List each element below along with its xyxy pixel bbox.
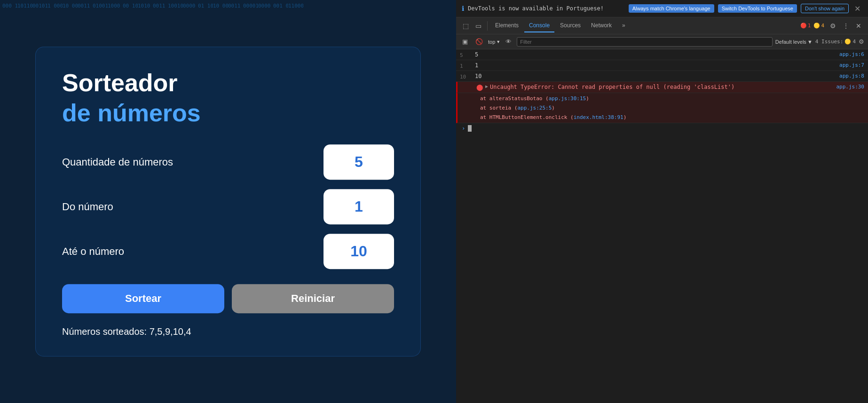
device-icon-button[interactable]: ▭ [473,20,484,32]
context-label: top [488,39,495,45]
tab-elements[interactable]: Elements [490,19,523,32]
quantidade-input[interactable] [324,144,394,180]
devtools-panel: ℹ DevTools is now available in Portugues… [456,0,868,403]
error-icon: 🔴 [800,23,807,29]
console-content: 5 5 app.js:6 1 1 app.js:7 10 10 app.js:8… [456,49,868,403]
devtools-toolbar: ⬚ ▭ Elements Console Sources Network » 🔴… [456,17,868,34]
switch-devtools-button[interactable]: Switch DevTools to Portuguese [718,4,797,13]
app-title-line2: de números [62,98,394,127]
console-row-5: 5 5 app.js:6 [456,49,868,60]
quantidade-label: Quantidade de números [62,156,173,168]
do-numero-row: Do número [62,189,394,224]
clear-console-button[interactable]: 🚫 [473,37,485,46]
error-detail-2: at sorteia (app.js:25:5) [480,103,864,113]
warn-icon: 🟡 [813,23,820,29]
detail-link-1[interactable]: app.js:30:15 [549,95,586,102]
warn-badge: 🟡 4 [813,23,824,29]
expand-arrow-icon[interactable]: ▶ [485,84,488,89]
tab-sources[interactable]: Sources [555,19,585,32]
dont-show-again-button[interactable]: Don't show again [801,4,849,13]
context-arrow-icon: ▼ [496,40,500,44]
issues-label: 4 Issues: [815,39,844,45]
issues-count: 4 [852,39,856,45]
prompt-cursor [468,125,472,132]
sidebar-icon-button[interactable]: ▣ [460,37,470,46]
levels-label: Default levels [775,39,806,45]
more-tabs-button[interactable]: » [617,19,630,32]
row-value-10: 10 [475,73,836,79]
always-match-button[interactable]: Always match Chrome's language [629,4,714,13]
main-card: Sorteador de números Quantidade de númer… [35,47,421,357]
row-link-5[interactable]: app.js:6 [839,51,864,57]
warn-count: 4 [821,23,824,29]
row-number-1: 1 [460,62,463,71]
levels-arrow-icon: ▼ [807,39,813,45]
eye-icon-button[interactable]: 👁 [503,37,514,46]
error-badge: 🔴 1 [800,23,811,29]
error-link[interactable]: app.js:30 [836,84,864,90]
issues-badge[interactable]: 4 Issues: 🟡 4 [815,39,856,45]
close-notification-button[interactable]: ✕ [852,4,862,13]
row-value-1: 1 [475,62,836,69]
tab-network[interactable]: Network [586,19,616,32]
quantidade-row: Quantidade de números [62,144,394,180]
console-prompt-row: › [456,123,868,134]
row-link-10[interactable]: app.js:8 [839,73,864,79]
row-value-5: 5 [475,51,836,58]
error-row-icon: ⬤ [476,84,483,91]
buttons-row: Sortear Reiniciar [62,284,394,313]
default-levels-button[interactable]: Default levels ▼ [775,39,813,45]
devtools-notification-bar: ℹ DevTools is now available in Portugues… [456,0,868,17]
do-numero-label: Do número [62,201,113,213]
result-text: Números sorteados: 7,5,9,10,4 [62,326,394,337]
more-options-button[interactable]: ⋮ [840,20,852,32]
close-devtools-button[interactable]: ✕ [853,20,864,32]
console-settings-button[interactable]: ⚙ [859,38,864,45]
toolbar-separator [487,21,488,31]
ate-numero-label: Até o número [62,245,124,258]
error-message: Uncaught TypeError: Cannot read properti… [490,84,832,90]
error-detail-3: at HTMLButtonElement.onclick (index.html… [480,113,864,122]
row-number-5: 5 [460,51,463,60]
console-error-row: ⬤ ▶ Uncaught TypeError: Cannot read prop… [456,82,868,93]
do-numero-input[interactable] [324,189,394,224]
error-details: at alteraStatusBotao (app.js:30:15) at s… [456,93,868,123]
info-icon: ℹ [462,5,464,12]
ate-numero-row: Até o número [62,234,394,269]
prompt-arrow-icon: › [462,125,465,132]
sortear-button[interactable]: Sortear [62,284,224,313]
error-count: 1 [808,23,811,29]
console-row-10: 10 10 app.js:8 [456,71,868,82]
detail-link-2[interactable]: app.js:25:5 [517,105,552,111]
reiniciar-button[interactable]: Reiniciar [232,284,394,313]
ate-numero-input[interactable] [324,234,394,269]
app-title-line1: Sorteador [62,70,394,96]
row-link-1[interactable]: app.js:7 [839,62,864,68]
row-number-10: 10 [460,73,466,81]
console-subtoolbar: ▣ 🚫 top ▼ 👁 Default levels ▼ 4 Issues: 🟡… [456,34,868,49]
detail-link-3[interactable]: index.html:38:91 [574,114,623,120]
issues-count-label: 🟡 [844,39,851,45]
inspect-icon-button[interactable]: ⬚ [460,20,472,32]
console-row-1: 1 1 app.js:7 [456,60,868,71]
app-panel: 000 1011 0001 1010 0001 110 10110 001 11… [0,0,456,403]
context-selector[interactable]: top ▼ [488,39,500,45]
settings-icon-button[interactable]: ⚙ [827,20,839,32]
filter-input[interactable] [517,37,773,47]
error-detail-1: at alteraStatusBotao (app.js:30:15) [480,94,864,103]
tab-console[interactable]: Console [524,19,554,32]
notification-text: DevTools is now available in Portuguese! [468,5,625,12]
